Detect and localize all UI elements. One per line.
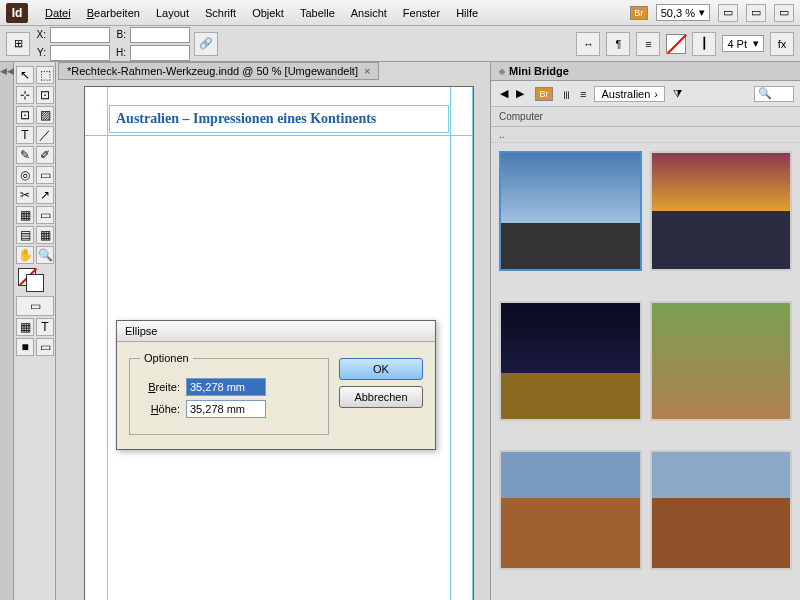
thumbnail[interactable] [499, 301, 642, 421]
thumbnail[interactable] [650, 450, 793, 570]
link-wh-icon[interactable]: 🔗 [194, 32, 218, 56]
page-tool[interactable]: ⊹ [16, 86, 34, 104]
pen-tool[interactable]: ✎ [16, 146, 34, 164]
chevron-down-icon: ▾ [699, 6, 705, 19]
flip-h-icon[interactable]: ↔ [576, 32, 600, 56]
direct-selection-tool[interactable]: ⬚ [36, 66, 54, 84]
thumbnail[interactable] [650, 301, 793, 421]
line-tool[interactable]: ／ [36, 126, 54, 144]
h-input[interactable] [130, 45, 190, 61]
hand-tool[interactable]: ✋ [16, 246, 34, 264]
width-label: Breite: [140, 381, 180, 393]
view-options-icon[interactable]: ▭ [718, 4, 738, 22]
search-input[interactable]: 🔍 [754, 86, 794, 102]
menu-layout[interactable]: Layout [149, 4, 196, 22]
toolbox: ↖ ⬚ ⊹ ⊡ ⊡ ▨ T ／ ✎ ✐ ◎ ▭ ✂ ↗ ▦ ▭ ▤ ▦ ✋ 🔍 … [14, 62, 56, 600]
stroke-style-icon[interactable]: ┃ [692, 32, 716, 56]
stroke-weight-dropdown[interactable]: 4 Pt▾ [722, 35, 764, 52]
b-label: B: [114, 29, 126, 40]
document-tab-title: *Rechteck-Rahmen-Werkzeug.indd @ 50 % [U… [67, 65, 358, 77]
format-container-icon[interactable]: ▦ [16, 318, 34, 336]
path-bar[interactable]: Computer [491, 107, 800, 127]
control-bar: ⊞ X: B: Y: H: 🔗 ↔ ¶ ≡ ┃ 4 Pt▾ fx [0, 26, 800, 62]
parent-folder[interactable]: .. [491, 127, 800, 143]
menu-fenster[interactable]: Fenster [396, 4, 447, 22]
back-icon[interactable]: ◀ [497, 87, 511, 101]
menu-tabelle[interactable]: Tabelle [293, 4, 342, 22]
close-tab-icon[interactable]: × [364, 65, 370, 77]
content-collector-tool[interactable]: ⊡ [16, 106, 34, 124]
mini-bridge-panel: Mini Bridge ◀ ▶ Br ⫼ ≡ Australien› ⧩ 🔍 C… [490, 62, 800, 600]
x-label: X: [34, 29, 46, 40]
normal-view-icon[interactable]: ■ [16, 338, 34, 356]
arrange-icon[interactable]: ▭ [774, 4, 794, 22]
search-icon: 🔍 [758, 87, 772, 100]
paragraph-icon[interactable]: ¶ [606, 32, 630, 56]
h-label: H: [114, 47, 126, 58]
menu-datei[interactable]: Datei [38, 4, 78, 22]
mini-bridge-tab[interactable]: Mini Bridge [491, 62, 800, 81]
bridge-badge[interactable]: Br [630, 6, 648, 20]
chevron-down-icon: ▾ [753, 37, 759, 50]
ellipse-dialog: Ellipse Optionen Breite: Höhe: OK Abbrec… [116, 320, 436, 450]
x-input[interactable] [50, 27, 110, 43]
b-input[interactable] [130, 27, 190, 43]
guide-edge [472, 87, 473, 600]
zoom-dropdown[interactable]: 50,3 %▾ [656, 4, 710, 21]
bridge-icon[interactable]: Br [535, 87, 553, 101]
color-theme-tool[interactable]: ▭ [16, 296, 54, 316]
fill-stroke-swatch[interactable] [16, 266, 54, 294]
thumbnail[interactable] [499, 450, 642, 570]
app-logo: Id [6, 3, 28, 23]
type-tool[interactable]: T [16, 126, 34, 144]
selection-tool[interactable]: ↖ [16, 66, 34, 84]
height-label: Höhe: [140, 403, 180, 415]
align-icon[interactable]: ≡ [636, 32, 660, 56]
screen-mode-icon[interactable]: ▭ [746, 4, 766, 22]
menu-bearbeiten[interactable]: Bearbeiten [80, 4, 147, 22]
ellipse-frame-tool[interactable]: ◎ [16, 166, 34, 184]
ok-button[interactable]: OK [339, 358, 423, 380]
effects-icon[interactable]: fx [770, 32, 794, 56]
gradient-feather-tool[interactable]: ▭ [36, 206, 54, 224]
thumbnail[interactable] [650, 151, 793, 271]
left-dock-tab[interactable]: ◀◀ [0, 62, 14, 600]
thumbnail-grid [491, 143, 800, 600]
menu-hilfe[interactable]: Hilfe [449, 4, 485, 22]
guide-left [107, 87, 108, 600]
thumbnail[interactable] [499, 151, 642, 271]
height-input[interactable] [186, 400, 266, 418]
menu-ansicht[interactable]: Ansicht [344, 4, 394, 22]
cancel-button[interactable]: Abbrechen [339, 386, 423, 408]
filter-icon[interactable]: ⧩ [673, 87, 682, 100]
view-options-icon[interactable]: ⫼ [561, 88, 572, 100]
sort-icon[interactable]: ≡ [580, 88, 586, 100]
guide-top [85, 135, 473, 136]
free-transform-tool[interactable]: ↗ [36, 186, 54, 204]
headline-frame[interactable]: Australien – Impressionen eines Kontinen… [109, 105, 449, 133]
menu-schrift[interactable]: Schrift [198, 4, 243, 22]
gap-tool[interactable]: ⊡ [36, 86, 54, 104]
breadcrumb[interactable]: Australien› [594, 86, 665, 102]
rectangle-tool[interactable]: ▭ [36, 166, 54, 184]
mini-bridge-toolbar: ◀ ▶ Br ⫼ ≡ Australien› ⧩ 🔍 [491, 81, 800, 107]
guide-right [450, 87, 451, 600]
preview-view-icon[interactable]: ▭ [36, 338, 54, 356]
pencil-tool[interactable]: ✐ [36, 146, 54, 164]
width-input[interactable] [186, 378, 266, 396]
fill-none-swatch[interactable] [666, 34, 686, 54]
format-text-icon[interactable]: T [36, 318, 54, 336]
zoom-tool[interactable]: 🔍 [36, 246, 54, 264]
scissors-tool[interactable]: ✂ [16, 186, 34, 204]
document-tab[interactable]: *Rechteck-Rahmen-Werkzeug.indd @ 50 % [U… [58, 62, 379, 80]
options-fieldset: Optionen Breite: Höhe: [129, 352, 329, 435]
forward-icon[interactable]: ▶ [513, 87, 527, 101]
eyedropper-tool[interactable]: ▦ [36, 226, 54, 244]
note-tool[interactable]: ▤ [16, 226, 34, 244]
gradient-swatch-tool[interactable]: ▦ [16, 206, 34, 224]
reference-point-icon[interactable]: ⊞ [6, 32, 30, 56]
headline-text: Australien – Impressionen eines Kontinen… [116, 111, 376, 127]
content-placer-tool[interactable]: ▨ [36, 106, 54, 124]
y-input[interactable] [50, 45, 110, 61]
menu-objekt[interactable]: Objekt [245, 4, 291, 22]
